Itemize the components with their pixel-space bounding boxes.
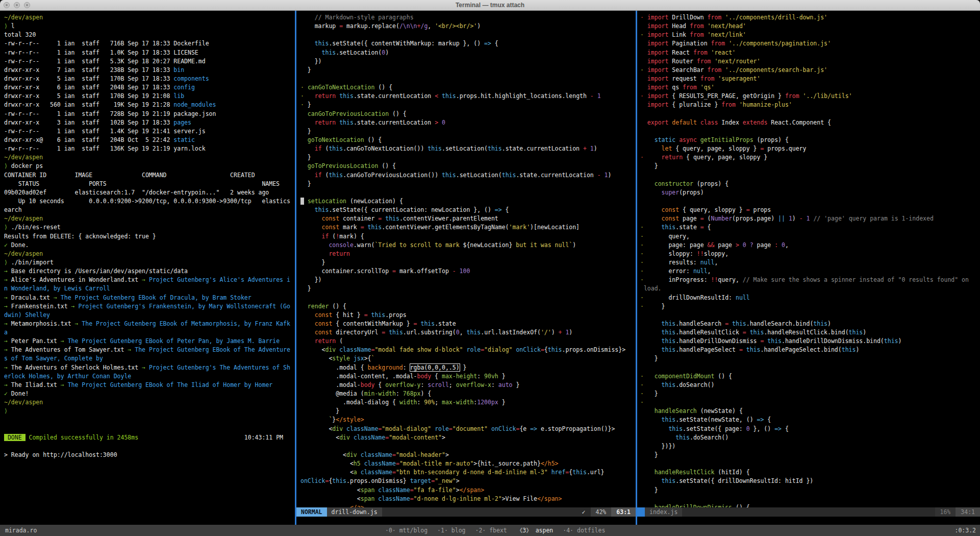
shell-output: ~/dev/aspen⟩ ltotal 320-rw-r--r-- 1 ian … <box>0 11 295 479</box>
vim-statusline-active: NORMAL drill-down.js ✓ 42% 63:1 <box>296 507 636 517</box>
tmux-window-current[interactable]: 《3》 aspen <box>517 527 553 534</box>
statusline-spacer <box>682 507 935 517</box>
lint-ok-icon: ✓ <box>577 507 591 517</box>
tmux-window-list: ·0· mtt/blog·1· blog·2· fbext《3》 aspen·4… <box>385 525 615 536</box>
cursor-position: 34:1 <box>956 507 980 517</box>
tmux-window[interactable]: ·1· blog <box>437 527 465 534</box>
terminal-window: Terminal — tmux attach ~/dev/aspen⟩ ltot… <box>0 0 980 536</box>
tmux-terminal: ~/dev/aspen⟩ ltotal 320-rw-r--r-- 1 ian … <box>0 11 980 536</box>
vim-buffer-index: · import DrillDown from '../components/d… <box>637 11 980 515</box>
vim-filename: drill-down.js <box>327 507 382 517</box>
tmux-status-right: :0:3.2 <box>954 525 976 536</box>
tmux-window[interactable]: ·4· dotfiles <box>563 527 605 534</box>
inactive-mode-block <box>637 507 645 517</box>
window-title: Terminal — tmux attach <box>0 0 980 10</box>
tmux-window[interactable]: ·2· fbext <box>475 527 507 534</box>
vim-filename: index.js <box>645 507 682 517</box>
scroll-percent: 42% <box>591 507 612 517</box>
tmux-session-name: mirada.ro <box>5 525 37 536</box>
statusline-spacer <box>382 507 577 517</box>
pane-vim-drill-down[interactable]: // Markdown-style paragraphs markup = ma… <box>296 11 636 525</box>
window-titlebar[interactable]: Terminal — tmux attach <box>0 0 980 11</box>
tmux-window[interactable]: ·0· mtt/blog <box>385 527 428 534</box>
tmux-status-bar: mirada.ro ·0· mtt/blog·1· blog·2· fbext《… <box>0 525 980 536</box>
vim-statusline-inactive: index.js 16% 34:1 <box>637 507 980 517</box>
vim-mode-indicator: NORMAL <box>296 507 327 517</box>
pane-vim-index[interactable]: · import DrillDown from '../components/d… <box>637 11 980 525</box>
cursor-position: 63:1 <box>611 507 636 517</box>
scroll-percent: 16% <box>935 507 956 517</box>
pane-shell[interactable]: ~/dev/aspen⟩ ltotal 320-rw-r--r-- 1 ian … <box>0 11 295 525</box>
vim-buffer-drill-down: // Markdown-style paragraphs markup = ma… <box>296 11 636 515</box>
